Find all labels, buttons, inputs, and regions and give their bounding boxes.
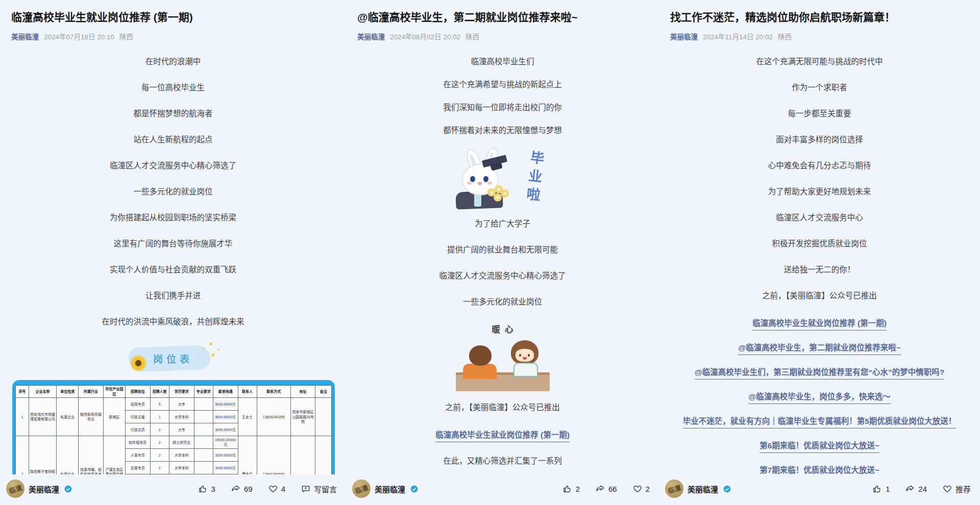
article-body-mid: 为了给广大学子提供广阔的就业舞台和无限可能临潼区人才交流服务中心精心筛选了一些多…: [357, 219, 648, 308]
paragraph: 每一步都至关重要: [670, 109, 969, 119]
like-count: 3: [211, 485, 215, 493]
comment-button[interactable]: 写留言: [301, 484, 337, 494]
table-cell: [194, 411, 213, 423]
article-footer: 临潼 美丽临潼 3 69 4 写留言: [0, 474, 346, 505]
byline: 美丽临潼 2024年07月18日 20:10 陕西: [11, 31, 335, 41]
page-title: @临潼高校毕业生，第二期就业岗位推荐来啦~: [357, 10, 648, 24]
account-link[interactable]: 美丽临潼: [11, 31, 39, 41]
table-cell: 行政主管: [125, 411, 150, 423]
jobs-table: 序号 企业名称 单位性质 所属行业 所在产业园区 招聘岗位 招聘人数 学历要求 …: [15, 385, 332, 474]
article-link[interactable]: @临潼高校毕业生，第二期就业岗位推荐来啦~: [738, 341, 901, 355]
account-name[interactable]: 美丽临潼: [688, 484, 718, 494]
last-line: 在此，又精心筛选并汇集了一系列: [357, 456, 648, 467]
article-pane-1: 临潼高校毕业生就业岗位推荐 (第一期) 美丽临潼 2024年07月18日 20:…: [0, 0, 346, 505]
avatar[interactable]: 临潼: [352, 479, 371, 498]
article-link[interactable]: @临潼高校毕业生，岗位多多，快来选～: [748, 390, 891, 404]
share-button[interactable]: 66: [595, 484, 617, 494]
paragraph: 都是怀揣梦想的航海者: [11, 109, 335, 119]
account-name[interactable]: 美丽临潼: [375, 484, 405, 494]
previous-issues-links: 临潼高校毕业生就业岗位推荐 (第一期)@临潼高校毕业生，第二期就业岗位推荐来啦~…: [670, 317, 969, 474]
article-footer: 临潼 美丽临潼 1 24 推荐: [659, 474, 980, 505]
paragraph: 都怀揣着对未来的无限憧憬与梦想: [357, 125, 648, 136]
heart-button[interactable]: 4: [268, 484, 285, 494]
table-cell: 大学本科: [169, 462, 194, 474]
table-cell: 大专: [169, 398, 194, 411]
share-count: 66: [608, 485, 617, 493]
table-cell: [315, 398, 332, 436]
job-list-badge-image: 岗位表: [119, 342, 227, 374]
table-cell: 5000-8000元: [213, 411, 238, 423]
article-pane-2: @临潼高校毕业生，第二期就业岗位推荐来啦~ 美丽临潼 2024年08月02日 2…: [346, 0, 659, 505]
table-cell: 西安市新城区公园南路26号院: [290, 398, 315, 436]
heart-icon: [632, 484, 643, 494]
share-arrow-icon: [905, 484, 915, 494]
share-button[interactable]: 24: [905, 484, 927, 494]
heart-icon: [942, 484, 952, 494]
article-link[interactable]: 临潼高校毕业生就业岗位推荐 (第一期): [435, 428, 570, 442]
paragraph: 在时代的浪潮中: [11, 57, 335, 67]
warm-caption: 暖 心: [357, 323, 648, 335]
three-article-canvas: { "page": { "background": "#f0f4fb", "co…: [0, 0, 980, 505]
paragraph: 一些多元化的就业岗位: [11, 187, 335, 197]
table-cell: 王女士: [238, 398, 257, 436]
paragraph: 送给独一无二的你！: [670, 265, 969, 275]
heart-count: 2: [646, 485, 650, 493]
avatar[interactable]: 临潼: [665, 479, 683, 498]
table-cell: [290, 436, 315, 474]
article-link[interactable]: 临潼高校毕业生就业岗位推荐 (第一期): [752, 317, 887, 331]
table-cell: 软件程序员: [125, 436, 150, 449]
page-title: 找工作不迷茫，精选岗位助你启航职场新篇章！: [670, 10, 969, 24]
paragraph: 每一位高校毕业生: [11, 83, 335, 93]
table-cell: 所在产业园区: [103, 386, 125, 398]
avatar[interactable]: 临潼: [6, 479, 24, 498]
table-cell: 备注: [315, 386, 332, 398]
article-link[interactable]: 第6期来临！优质就业岗位大放送~: [760, 439, 879, 453]
article-content: @临潼高校毕业生，第二期就业岗位推荐来啦~ 美丽临潼 2024年08月02日 2…: [346, 0, 659, 474]
paragraph: 临潼区人才交流服务中心: [670, 213, 969, 223]
like-button[interactable]: 1: [872, 484, 890, 494]
table-cell: 西安鸿方市场管理发展有限公司: [29, 398, 56, 436]
account-link[interactable]: 美丽临潼: [357, 31, 385, 41]
publish-date: 2024年11月14日 20:02: [703, 31, 773, 41]
account-link[interactable]: 美丽临潼: [670, 31, 698, 41]
table-cell: 13991394690: [257, 436, 290, 474]
article-content: 临潼高校毕业生就业岗位推荐 (第一期) 美丽临潼 2024年07月18日 20:…: [0, 0, 346, 474]
heart-button[interactable]: 推荐: [942, 484, 971, 494]
share-count: 24: [918, 485, 927, 493]
table-cell: 2: [150, 449, 169, 462]
table-cell: 5000-8000元: [213, 398, 238, 411]
paragraph: 提供广阔的就业舞台和无限可能: [357, 245, 648, 256]
badge-label: 岗位表: [153, 351, 193, 365]
table-cell: 联系人: [238, 386, 257, 398]
heart-button[interactable]: 2: [632, 484, 650, 494]
article-link[interactable]: 第7期来临！优质就业岗位大放送~: [760, 464, 879, 474]
table-cell: 陕西橡子宝网络科技有限公司: [29, 436, 56, 474]
paragraph: 临潼区人才交流服务中心精心筛选了: [11, 161, 335, 171]
paragraph: 站在人生新航程的起点: [11, 135, 335, 145]
sticker-caption: 毕业啦: [521, 149, 547, 206]
heart-label: 推荐: [955, 484, 971, 494]
jobs-table-image: 序号 企业名称 单位性质 所属行业 所在产业园区 招聘岗位 招聘人数 学历要求 …: [12, 380, 335, 474]
thumbs-up-icon: [562, 484, 573, 494]
publish-date: 2024年08月02日 20:02: [390, 31, 460, 41]
like-button[interactable]: 2: [562, 484, 580, 494]
article-link[interactable]: @临潼高校毕业生们，第三期就业岗位推荐里有您“心水”的梦中情职吗?: [695, 366, 945, 380]
table-cell: 学历要求: [169, 386, 194, 398]
thumbs-up-icon: [198, 484, 208, 494]
paragraph: 我们深知每一位即将走出校门的你: [357, 103, 648, 113]
paragraph: 这里有广阔的舞台等待你施展才华: [11, 239, 335, 249]
table-cell: 单位性质: [57, 386, 79, 398]
article-link[interactable]: 毕业不迷茫，就业有方向｜临潼毕业生专属福利！第5期优质就业岗位大放送！: [683, 415, 957, 428]
share-button[interactable]: 69: [231, 484, 253, 494]
verified-badge-icon: [410, 485, 418, 493]
comment-label: 写留言: [314, 484, 337, 494]
table-cell: 2: [150, 423, 169, 436]
account-name[interactable]: 美丽临潼: [29, 484, 59, 494]
byline: 美丽临潼 2024年11月14日 20:02 陕西: [670, 31, 969, 41]
byline: 美丽临潼 2024年08月02日 20:02 陕西: [357, 31, 648, 41]
table-cell: 序号: [16, 386, 29, 398]
table-cell: 招商专员: [125, 398, 150, 411]
table-cell: [194, 398, 213, 411]
like-button[interactable]: 3: [198, 484, 215, 494]
paragraph: 作为一个求职者: [670, 83, 969, 93]
